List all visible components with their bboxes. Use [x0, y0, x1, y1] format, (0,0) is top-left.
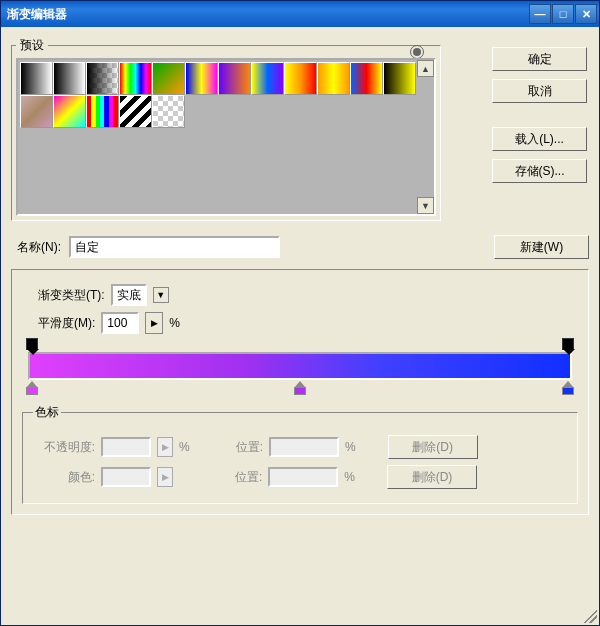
preset-swatch[interactable] [317, 62, 350, 95]
gradient-editor-window: 渐变编辑器 — □ ✕ 确定 取消 载入(L)... 存储(S)... 预设 [0, 0, 600, 626]
swatch-grid [18, 60, 420, 130]
preset-swatch[interactable] [53, 62, 86, 95]
position-unit-2: % [344, 470, 355, 484]
preset-swatch[interactable] [53, 95, 86, 128]
scroll-down-button[interactable]: ▼ [417, 197, 434, 214]
preset-fieldset: 预设 [11, 37, 441, 221]
color-stop-left[interactable] [26, 381, 38, 395]
preset-swatch[interactable] [119, 95, 152, 128]
position-label-1: 位置: [236, 439, 263, 456]
preset-swatch[interactable] [350, 62, 383, 95]
stops-legend: 色标 [33, 404, 61, 421]
name-input[interactable] [69, 236, 280, 258]
load-button[interactable]: 载入(L)... [492, 127, 587, 151]
smoothness-stepper[interactable]: ▶ [145, 312, 163, 334]
opacity-position-input [269, 437, 339, 457]
gradient-type-dropdown[interactable]: 实底 [111, 284, 147, 306]
preset-swatch[interactable] [284, 62, 317, 95]
preset-swatch[interactable] [383, 62, 416, 95]
opacity-stepper: ▶ [157, 437, 173, 457]
preset-swatch[interactable] [251, 62, 284, 95]
gradient-type-label: 渐变类型(T): [38, 287, 105, 304]
smoothness-unit: % [169, 316, 180, 330]
delete-opacity-stop-button: 删除(D) [388, 435, 478, 459]
position-label-2: 位置: [235, 469, 262, 486]
preset-swatch[interactable] [152, 62, 185, 95]
preset-swatch[interactable] [20, 95, 53, 128]
side-buttons: 确定 取消 载入(L)... 存储(S)... [492, 47, 587, 183]
preset-swatch[interactable] [86, 95, 119, 128]
titlebar[interactable]: 渐变编辑器 — □ ✕ [1, 1, 599, 27]
menu-icon [410, 45, 424, 59]
preset-swatch[interactable] [152, 95, 185, 128]
smoothness-label: 平滑度(M): [38, 315, 95, 332]
color-label: 颜色: [33, 469, 95, 486]
opacity-input [101, 437, 151, 457]
smoothness-input[interactable]: 100 [101, 312, 139, 334]
close-button[interactable]: ✕ [575, 4, 597, 24]
name-label: 名称(N): [17, 239, 61, 256]
window-title: 渐变编辑器 [7, 6, 528, 23]
minimize-button[interactable]: — [529, 4, 551, 24]
position-unit-1: % [345, 440, 356, 454]
preset-swatch[interactable] [86, 62, 119, 95]
delete-color-stop-button: 删除(D) [387, 465, 477, 489]
maximize-button[interactable]: □ [552, 4, 574, 24]
dropdown-arrow-icon[interactable]: ▼ [153, 287, 169, 303]
name-row: 名称(N): 新建(W) [17, 235, 589, 259]
ok-button[interactable]: 确定 [492, 47, 587, 71]
opacity-label: 不透明度: [33, 439, 95, 456]
preset-swatch[interactable] [20, 62, 53, 95]
preset-swatch[interactable] [185, 62, 218, 95]
gradient-section: 渐变类型(T): 实底 ▼ 平滑度(M): 100 ▶ % [11, 269, 589, 515]
stops-fieldset: 色标 不透明度: ▶ % 位置: % 删除(D) 颜色: ▶ [22, 404, 578, 504]
preset-swatch[interactable] [119, 62, 152, 95]
resize-handle[interactable] [583, 609, 597, 623]
color-swatch-input [101, 467, 151, 487]
window-controls: — □ ✕ [528, 4, 597, 24]
opacity-stop-left[interactable] [26, 338, 38, 350]
content: 确定 取消 载入(L)... 存储(S)... 预设 [1, 27, 599, 625]
gradient-type-value: 实底 [117, 287, 141, 304]
opacity-unit: % [179, 440, 190, 454]
cancel-button[interactable]: 取消 [492, 79, 587, 103]
opacity-stop-right[interactable] [562, 338, 574, 350]
preset-swatch[interactable] [218, 62, 251, 95]
save-button[interactable]: 存储(S)... [492, 159, 587, 183]
color-stop-right[interactable] [562, 381, 574, 395]
color-stop-middle[interactable] [294, 381, 306, 395]
color-stepper: ▶ [157, 467, 173, 487]
gradient-bar[interactable] [28, 352, 572, 380]
new-button[interactable]: 新建(W) [494, 235, 589, 259]
color-position-input [268, 467, 338, 487]
scroll-up-button[interactable]: ▲ [417, 60, 434, 77]
gradient-bar-wrap [28, 352, 572, 380]
preset-viewport: ▲ ▼ [16, 58, 436, 216]
preset-legend: 预设 [16, 37, 48, 54]
